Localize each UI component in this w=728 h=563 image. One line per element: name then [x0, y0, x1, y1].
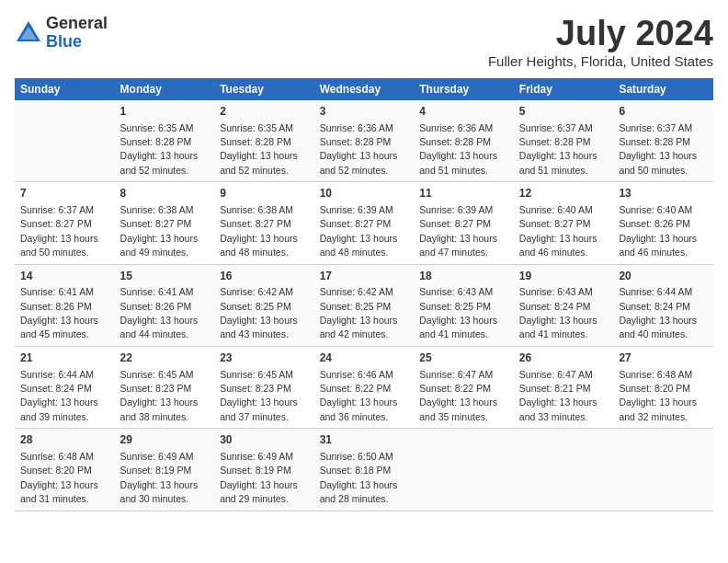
cell-sunrise: Sunrise: 6:40 AM	[519, 204, 593, 215]
day-number: 23	[220, 350, 309, 366]
day-number: 16	[220, 269, 309, 284]
cell-daylight: Daylight: 13 hours and 46 minutes.	[519, 233, 597, 258]
day-number: 27	[619, 350, 708, 366]
calendar-cell: 3 Sunrise: 6:36 AM Sunset: 8:28 PM Dayli…	[314, 100, 415, 182]
cell-sunrise: Sunrise: 6:44 AM	[20, 369, 94, 380]
cell-sunrise: Sunrise: 6:39 AM	[419, 204, 493, 215]
week-row-2: 14 Sunrise: 6:41 AM Sunset: 8:26 PM Dayl…	[15, 264, 713, 346]
cell-daylight: Daylight: 13 hours and 38 minutes.	[120, 396, 199, 421]
cell-daylight: Daylight: 13 hours and 48 minutes.	[320, 233, 398, 258]
cell-sunrise: Sunrise: 6:38 AM	[220, 204, 293, 215]
cell-sunrise: Sunrise: 6:37 AM	[519, 122, 593, 133]
calendar-cell: 18 Sunrise: 6:43 AM Sunset: 8:25 PM Dayl…	[414, 264, 514, 346]
cell-daylight: Daylight: 13 hours and 39 minutes.	[20, 396, 98, 421]
cell-sunrise: Sunrise: 6:39 AM	[320, 204, 393, 215]
cell-daylight: Daylight: 13 hours and 46 minutes.	[619, 233, 697, 258]
cell-sunrise: Sunrise: 6:36 AM	[419, 122, 493, 133]
location: Fuller Heights, Florida, United States	[488, 53, 713, 69]
logo-general: General	[46, 15, 108, 33]
day-number: 2	[220, 104, 309, 120]
day-number: 7	[20, 186, 109, 201]
cell-sunrise: Sunrise: 6:47 AM	[519, 369, 593, 380]
cell-sunset: Sunset: 8:24 PM	[20, 383, 92, 394]
cell-daylight: Daylight: 13 hours and 36 minutes.	[320, 396, 398, 421]
cell-daylight: Daylight: 13 hours and 40 minutes.	[619, 315, 697, 339]
calendar-cell: 24 Sunrise: 6:46 AM Sunset: 8:22 PM Dayl…	[314, 346, 415, 428]
cell-sunset: Sunset: 8:25 PM	[419, 301, 491, 312]
cell-sunset: Sunset: 8:28 PM	[320, 136, 392, 147]
cell-sunrise: Sunrise: 6:42 AM	[220, 286, 293, 297]
day-number: 21	[20, 350, 109, 366]
cell-sunset: Sunset: 8:27 PM	[20, 218, 92, 229]
calendar-cell: 9 Sunrise: 6:38 AM Sunset: 8:27 PM Dayli…	[214, 182, 314, 264]
cell-sunset: Sunset: 8:28 PM	[220, 136, 291, 147]
cell-sunset: Sunset: 8:19 PM	[220, 465, 291, 476]
day-number: 9	[220, 186, 309, 201]
calendar-cell: 19 Sunrise: 6:43 AM Sunset: 8:24 PM Dayl…	[514, 264, 614, 346]
cell-sunrise: Sunrise: 6:43 AM	[419, 286, 493, 297]
cell-sunrise: Sunrise: 6:40 AM	[619, 204, 692, 215]
calendar-cell: 21 Sunrise: 6:44 AM Sunset: 8:24 PM Dayl…	[15, 346, 115, 428]
day-number: 31	[320, 432, 409, 448]
title-area: July 2024 Fuller Heights, Florida, Unite…	[488, 15, 713, 69]
week-row-1: 7 Sunrise: 6:37 AM Sunset: 8:27 PM Dayli…	[15, 182, 713, 264]
calendar-cell: 23 Sunrise: 6:45 AM Sunset: 8:23 PM Dayl…	[214, 346, 314, 428]
day-number: 12	[519, 186, 609, 201]
cell-daylight: Daylight: 13 hours and 50 minutes.	[619, 150, 697, 175]
cell-sunset: Sunset: 8:27 PM	[320, 218, 392, 229]
header-tuesday: Tuesday	[214, 78, 314, 100]
calendar-cell: 5 Sunrise: 6:37 AM Sunset: 8:28 PM Dayli…	[514, 100, 614, 182]
day-number: 4	[419, 104, 508, 120]
calendar-cell: 22 Sunrise: 6:45 AM Sunset: 8:23 PM Dayl…	[115, 346, 215, 428]
cell-sunrise: Sunrise: 6:35 AM	[120, 122, 194, 133]
day-number: 26	[519, 350, 609, 366]
cell-daylight: Daylight: 13 hours and 48 minutes.	[220, 233, 298, 258]
calendar-cell	[414, 429, 514, 511]
calendar-cell: 11 Sunrise: 6:39 AM Sunset: 8:27 PM Dayl…	[414, 182, 514, 264]
day-number: 19	[519, 269, 609, 284]
cell-sunrise: Sunrise: 6:41 AM	[20, 286, 94, 297]
cell-daylight: Daylight: 13 hours and 45 minutes.	[20, 315, 98, 339]
cell-sunrise: Sunrise: 6:48 AM	[20, 451, 94, 462]
day-number: 18	[419, 269, 508, 284]
day-number: 24	[320, 350, 409, 366]
cell-daylight: Daylight: 13 hours and 52 minutes.	[320, 150, 398, 175]
cell-sunrise: Sunrise: 6:35 AM	[220, 122, 293, 133]
cell-sunset: Sunset: 8:27 PM	[519, 218, 591, 229]
cell-daylight: Daylight: 13 hours and 30 minutes.	[120, 479, 199, 504]
month-title: July 2024	[488, 15, 713, 53]
calendar-cell: 30 Sunrise: 6:49 AM Sunset: 8:19 PM Dayl…	[214, 429, 314, 511]
calendar-cell: 10 Sunrise: 6:39 AM Sunset: 8:27 PM Dayl…	[314, 182, 415, 264]
cell-sunset: Sunset: 8:25 PM	[220, 301, 291, 312]
calendar-cell: 16 Sunrise: 6:42 AM Sunset: 8:25 PM Dayl…	[214, 264, 314, 346]
cell-daylight: Daylight: 13 hours and 32 minutes.	[619, 396, 697, 421]
cell-sunset: Sunset: 8:26 PM	[619, 218, 690, 229]
cell-daylight: Daylight: 13 hours and 51 minutes.	[419, 150, 497, 175]
calendar-cell: 4 Sunrise: 6:36 AM Sunset: 8:28 PM Dayli…	[414, 100, 514, 182]
cell-sunset: Sunset: 8:22 PM	[320, 383, 392, 394]
logo-icon	[15, 19, 42, 47]
calendar-cell: 20 Sunrise: 6:44 AM Sunset: 8:24 PM Dayl…	[613, 264, 713, 346]
cell-sunrise: Sunrise: 6:38 AM	[120, 204, 194, 215]
calendar-cell	[514, 429, 614, 511]
calendar-cell: 26 Sunrise: 6:47 AM Sunset: 8:21 PM Dayl…	[514, 346, 614, 428]
day-number: 30	[220, 432, 309, 448]
cell-daylight: Daylight: 13 hours and 52 minutes.	[220, 150, 298, 175]
cell-sunrise: Sunrise: 6:41 AM	[120, 286, 194, 297]
calendar-cell: 27 Sunrise: 6:48 AM Sunset: 8:20 PM Dayl…	[613, 346, 713, 428]
cell-sunset: Sunset: 8:20 PM	[20, 465, 92, 476]
day-number: 5	[519, 104, 609, 120]
cell-sunset: Sunset: 8:28 PM	[619, 136, 690, 147]
cell-sunrise: Sunrise: 6:37 AM	[619, 122, 692, 133]
cell-daylight: Daylight: 13 hours and 35 minutes.	[419, 396, 497, 421]
cell-sunrise: Sunrise: 6:48 AM	[619, 369, 692, 380]
cell-sunrise: Sunrise: 6:36 AM	[320, 122, 393, 133]
day-number: 17	[320, 269, 409, 284]
cell-sunset: Sunset: 8:28 PM	[419, 136, 491, 147]
day-number: 22	[120, 350, 210, 366]
cell-sunrise: Sunrise: 6:43 AM	[519, 286, 593, 297]
cell-sunset: Sunset: 8:28 PM	[519, 136, 591, 147]
cell-sunset: Sunset: 8:28 PM	[120, 136, 192, 147]
calendar-cell: 15 Sunrise: 6:41 AM Sunset: 8:26 PM Dayl…	[115, 264, 215, 346]
cell-sunrise: Sunrise: 6:46 AM	[320, 369, 393, 380]
